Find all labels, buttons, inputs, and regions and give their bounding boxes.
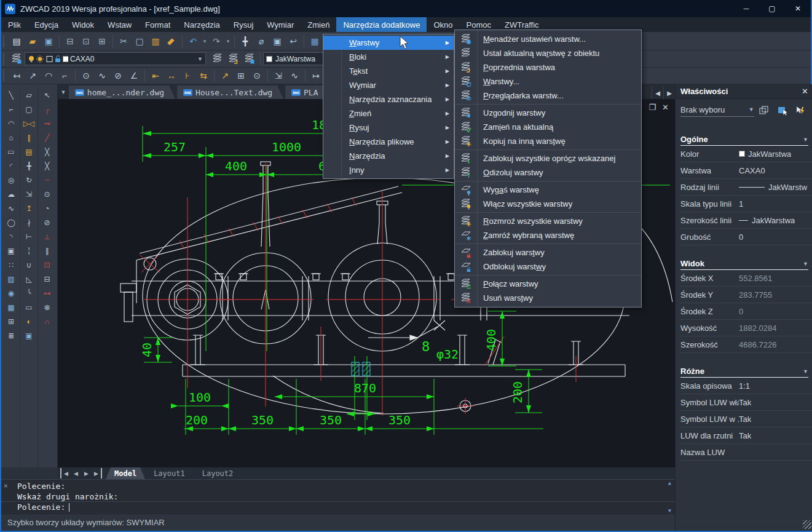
dim-linear-button[interactable]: ↤	[9, 68, 25, 83]
undo-list-button[interactable]: ▾	[201, 38, 208, 44]
zoom-realtime-button[interactable]: ⌀	[253, 34, 269, 49]
set-current-layer-button[interactable]	[210, 52, 226, 66]
table-button[interactable]: ⊞	[4, 314, 18, 328]
menu-item-zablokuj-wszystkie-opr-cz-wskazanej[interactable]: Zablokuj wszystkie oprócz wskazanej	[455, 151, 641, 165]
trim-button[interactable]: ∤	[22, 215, 36, 229]
explode-button[interactable]: ▭	[22, 300, 36, 314]
block-editor-button[interactable]: ▣	[22, 328, 36, 343]
copy-button[interactable]: ▢	[132, 34, 148, 49]
scroll-up-icon[interactable]: ▲	[668, 480, 671, 486]
menu-item-rozmro-wszystkie-warstwy[interactable]: Rozmroź wszystkie warstwy	[455, 214, 641, 228]
property-value[interactable]: JakWarstwa	[739, 216, 795, 225]
ellipse-button[interactable]: ◯	[4, 215, 18, 229]
render-sphere-button[interactable]: ◐	[22, 314, 36, 328]
zoom-previous-button[interactable]: ↩	[285, 34, 301, 49]
menu-item-bloki[interactable]: Bloki▶	[323, 50, 454, 64]
scale-button[interactable]: ⇲	[22, 187, 36, 201]
menu-rysuj[interactable]: Rysuj	[227, 17, 261, 32]
menu-item-uzgodnij-warstwy[interactable]: Uzgodnij warstwy	[455, 106, 641, 120]
leader-button[interactable]: ↗	[217, 68, 233, 83]
snap-extension-button[interactable]: ┄	[40, 173, 55, 187]
select-objects-button[interactable]	[775, 104, 790, 117]
arc-3point-button[interactable]: ◜	[4, 159, 18, 173]
toolbar-grip[interactable]	[3, 35, 7, 47]
tab-layout1[interactable]: Layout1	[145, 467, 194, 479]
menu-item-warstwy[interactable]: Warstwy▶	[323, 36, 454, 50]
first-layout-button[interactable]: ◀	[60, 468, 71, 478]
dim-break-button[interactable]: ⇆	[195, 68, 211, 83]
section-header[interactable]: Ogólne▼	[680, 135, 808, 146]
toolbar-grip[interactable]	[3, 69, 7, 82]
menu-item-narz-dzia-plikowe[interactable]: Narzędzia plikowe▶	[323, 135, 454, 149]
pan-button[interactable]: ╋	[237, 34, 253, 49]
move-button[interactable]: ╋	[22, 159, 36, 173]
zoom-window-button[interactable]: ▣	[269, 34, 285, 49]
menu-widok[interactable]: Widok	[65, 17, 101, 32]
snap-midpoint-button[interactable]: ╱	[40, 130, 55, 145]
section-header[interactable]: Widok▼	[680, 259, 808, 270]
dim-angular-button[interactable]: ∠	[126, 68, 142, 83]
menu-item-zamr-wybran-warstw-[interactable]: Zamróź wybraną warstwę	[455, 228, 641, 242]
tab-model[interactable]: Model	[106, 467, 145, 479]
snap-settings-button[interactable]: ∩	[40, 314, 55, 328]
redo-button[interactable]: ↷	[208, 34, 224, 49]
snap-nearest-button[interactable]: ⊶	[40, 286, 55, 300]
undo-button[interactable]: ↶	[185, 34, 201, 49]
extend-button[interactable]: ⊢	[22, 229, 36, 244]
break-button[interactable]: ╎	[22, 244, 36, 258]
menu-edycja[interactable]: Edycja	[28, 17, 65, 32]
menu-item-wyga-warstw-[interactable]: Wygaś warstwę	[455, 183, 641, 197]
point-button[interactable]: ∷	[4, 258, 18, 272]
menu-item-poprzednia-warstwa[interactable]: Poprzednia warstwa	[455, 60, 641, 74]
menu-item-przegl-darka-warstw-[interactable]: Przeglądarka warstw...	[455, 89, 641, 103]
snap-quadrant-button[interactable]: ◔	[40, 201, 55, 215]
snap-temp-track-button[interactable]: ↖	[40, 88, 55, 102]
dim-diameter-button[interactable]: ⊘	[110, 68, 126, 83]
save-button[interactable]: ▣	[41, 34, 57, 49]
snap-perpendicular-button[interactable]: ⊥	[40, 229, 55, 244]
properties-close-icon[interactable]: ✕	[802, 87, 808, 96]
menu-item-narz-dzia[interactable]: Narzędzia▶	[323, 149, 454, 163]
property-value[interactable]: Tak	[739, 398, 751, 407]
mirror-button[interactable]: ▷◁	[22, 116, 36, 130]
array-button[interactable]: ▤	[22, 145, 36, 159]
region-button[interactable]: ▦	[4, 300, 18, 314]
dim-field-button[interactable]: ⊞	[233, 68, 249, 83]
menu-item-zamie-na-aktualn-[interactable]: Zamień na aktualną	[455, 120, 641, 134]
section-header[interactable]: Różne▼	[680, 367, 808, 378]
menu-plik[interactable]: Plik	[1, 17, 28, 32]
tab-scroll-right-button[interactable]: ▶	[663, 87, 675, 99]
menu-item-kopiuj-na-inn-warstw-[interactable]: Kopiuj na inną warstwę	[455, 134, 641, 148]
open-folder-button[interactable]: ▰	[25, 34, 41, 49]
insert-block-button[interactable]: ▣	[4, 244, 18, 258]
chamfer-button[interactable]: ◺	[22, 272, 36, 286]
polygon-button[interactable]: ⌂	[4, 130, 18, 145]
menu-narz-dzia[interactable]: Narzędzia	[177, 17, 227, 32]
menu-item-usu-warstwy[interactable]: Usuń warstwy	[455, 291, 641, 305]
arc-button[interactable]: ◠	[4, 116, 18, 130]
maximize-button[interactable]: ▢	[759, 0, 785, 17]
dim-radius-button[interactable]: ⊙	[78, 68, 94, 83]
layer-states-button[interactable]	[242, 52, 258, 66]
cut-button[interactable]: ✂	[116, 34, 132, 49]
property-value[interactable]: CAXA0	[739, 166, 765, 175]
dim-wave-button[interactable]: ∿	[286, 68, 302, 83]
document-restore-button[interactable]: ❐	[648, 103, 656, 112]
document-close-button[interactable]: ✕	[662, 103, 669, 112]
dim-check-button[interactable]: ⇲	[270, 68, 286, 83]
previous-layer-button[interactable]	[226, 52, 242, 66]
menu-item-rysuj[interactable]: Rysuj▶	[323, 121, 454, 135]
join-button[interactable]: ∪	[22, 258, 36, 272]
menu-item-warstwy-[interactable]: Warstwy...	[455, 74, 641, 89]
scroll-down-icon[interactable]: ▼	[668, 508, 671, 514]
match-properties-button[interactable]: ▮	[164, 34, 179, 49]
new-file-button[interactable]: ▤	[9, 34, 25, 49]
toolbar-grip[interactable]	[3, 53, 7, 65]
redo-list-button[interactable]: ▾	[224, 38, 232, 44]
chevron-down-icon[interactable]: ▼	[194, 56, 203, 62]
center-mark-button[interactable]: ⊙	[249, 68, 265, 83]
revision-cloud-button[interactable]: ☁	[4, 187, 18, 201]
command-close-icon[interactable]: ✕	[4, 482, 8, 490]
print-button[interactable]: ⊟	[62, 34, 78, 49]
dim-arc-length-button[interactable]: ◠	[41, 68, 57, 83]
